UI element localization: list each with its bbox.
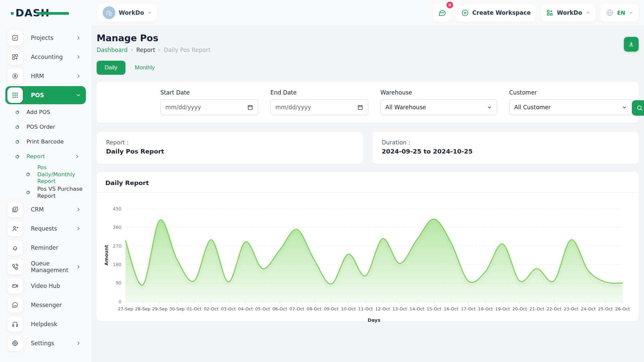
sidebar-item-messenger[interactable]: Messenger xyxy=(7,296,86,314)
warehouse-select[interactable]: All Warehouse xyxy=(380,99,497,115)
sidebar-item-accounting[interactable]: Accounting xyxy=(7,48,86,66)
sidebar-item-video-hub[interactable]: Video Hub xyxy=(7,277,86,295)
sidebar-item-label: HRM xyxy=(31,73,44,79)
sidebar-item-queue-management[interactable]: Queue Management xyxy=(7,258,86,276)
sidebar-subitem-report[interactable]: Report xyxy=(7,149,86,164)
area-chart[interactable]: 09018027036045027-Sep28-Sep29-Sep30-Sep0… xyxy=(97,193,639,328)
x-axis-tick-label: 24-Oct xyxy=(581,306,596,311)
x-axis-tick-label: 30-Sep xyxy=(169,306,185,311)
x-axis-tick-label: 16-Oct xyxy=(444,306,459,311)
download-icon xyxy=(628,41,635,48)
sidebar-item-label: Queue Management xyxy=(31,260,76,274)
x-axis-tick-label: 18-Oct xyxy=(478,306,493,311)
end-date-group: End Date mm/dd/yyyy xyxy=(270,89,368,115)
x-axis-tick-label: 19-Oct xyxy=(495,306,510,311)
duration-card: Duration : 2024-09-25 to 2024-10-25 xyxy=(372,132,639,164)
chevron-right-icon xyxy=(76,226,81,231)
start-date-group: Start Date mm/dd/yyyy xyxy=(160,89,258,115)
sidebar-subitem-pos-order[interactable]: POS Order xyxy=(7,120,86,134)
x-axis-tick-label: 09-Oct xyxy=(324,306,338,311)
x-axis-tick-label: 22-Oct xyxy=(546,306,561,311)
sidebar-subitem-label: Print Barcode xyxy=(26,138,64,145)
filter-actions xyxy=(632,100,644,116)
sidebar-subitem-add-pos[interactable]: Add POS xyxy=(7,105,86,119)
x-axis-tick-label: 13-Oct xyxy=(392,306,407,311)
video-camera-icon xyxy=(7,278,23,294)
user-plus-icon xyxy=(7,221,23,236)
create-workspace-button[interactable]: Create Workspace xyxy=(456,4,536,22)
chevron-right-icon: › xyxy=(131,47,133,53)
warehouse-label: Warehouse xyxy=(380,89,497,96)
workspace-switcher-button[interactable]: WorkDo xyxy=(541,4,595,22)
sidebar-subitem-label: Report xyxy=(26,153,45,160)
sidebar-item-settings[interactable]: Settings xyxy=(7,334,86,352)
messages-button[interactable]: 0 xyxy=(433,4,451,22)
hrm-target-icon xyxy=(7,68,23,84)
sidebar-item-label: POS xyxy=(31,92,44,99)
start-date-input[interactable]: mm/dd/yyyy xyxy=(160,99,258,115)
x-axis-tick-label: 27-Sep xyxy=(118,306,133,311)
download-report-button[interactable] xyxy=(624,37,639,52)
x-axis-tick-label: 04-Oct xyxy=(238,306,253,311)
customer-label: Customer xyxy=(509,89,632,96)
sidebar-item-hrm[interactable]: HRM xyxy=(7,67,86,85)
bullet-icon xyxy=(15,155,19,159)
tab-monthly[interactable]: Monthly xyxy=(135,64,155,71)
chevron-right-icon xyxy=(76,35,81,41)
pos-dots-icon xyxy=(7,87,23,103)
x-axis-tick-label: 03-Oct xyxy=(221,306,236,311)
chevron-right-icon: › xyxy=(159,47,161,53)
sidebar-item-reminder[interactable]: Reminder xyxy=(7,239,86,257)
chevron-down-icon xyxy=(586,10,590,15)
bullet-icon xyxy=(15,111,19,114)
language-label: EN xyxy=(617,10,625,16)
sidebar-item-label: Requests xyxy=(31,225,57,232)
sidebar-item-pos[interactable]: POS xyxy=(5,86,86,104)
y-axis-tick-label: 0 xyxy=(119,299,122,304)
sidebar-subitem-pos-daily-monthly-report[interactable]: Pos Daily/Monthly Report xyxy=(7,164,86,185)
calendar-icon xyxy=(357,104,363,110)
top-bar: DASH WorkDo 0 Create Workspace WorkDo EN xyxy=(0,0,644,25)
x-axis-tick-label: 15-Oct xyxy=(427,306,441,311)
sidebar-item-crm[interactable]: CRM xyxy=(7,200,86,219)
end-date-input[interactable]: mm/dd/yyyy xyxy=(270,99,368,115)
chat-bubble-icon xyxy=(7,297,23,313)
logo-container: DASH xyxy=(0,7,91,19)
gear-icon xyxy=(7,336,23,351)
summary-cards: Report : Daily Pos Report Duration : 202… xyxy=(97,132,639,164)
sidebar-subitem-print-barcode[interactable]: Print Barcode xyxy=(7,135,86,149)
bell-icon xyxy=(7,240,23,255)
y-axis-title: Amount xyxy=(104,245,109,265)
customer-select[interactable]: All Customer xyxy=(509,99,632,115)
y-axis-tick-label: 180 xyxy=(113,262,121,267)
breadcrumb-dashboard-link[interactable]: Dashboard xyxy=(97,47,127,53)
customer-group: Customer All Customer xyxy=(509,89,632,115)
sidebar-subitem-label: Add POS xyxy=(26,109,50,116)
sidebar-item-projects[interactable]: Projects xyxy=(7,29,86,47)
search-button[interactable] xyxy=(632,100,644,116)
sidebar-item-requests[interactable]: Requests xyxy=(7,220,86,238)
app-logo[interactable]: DASH xyxy=(15,7,50,19)
breadcrumb-current: Daily Pos Report xyxy=(164,47,211,53)
chevron-right-icon xyxy=(76,207,81,212)
chevron-right-icon xyxy=(76,73,81,79)
sidebar-subitem-pos-vs-purchase-report[interactable]: Pos VS Purchase Report xyxy=(7,186,86,200)
report-label: Report : xyxy=(106,139,354,146)
x-axis-tick-label: 05-Oct xyxy=(255,306,270,311)
x-axis-tick-label: 12-Oct xyxy=(375,306,390,311)
workspace-selector[interactable]: WorkDo xyxy=(97,4,157,22)
breadcrumb-report-link[interactable]: Report xyxy=(136,47,155,53)
x-axis-tick-label: 21-Oct xyxy=(529,306,544,311)
chevron-right-icon xyxy=(76,264,81,269)
crm-icon xyxy=(7,202,23,217)
report-card: Report : Daily Pos Report xyxy=(97,132,363,164)
tab-daily[interactable]: Daily xyxy=(97,61,125,75)
language-selector[interactable]: EN xyxy=(600,4,639,22)
bullet-icon xyxy=(26,173,30,176)
sidebar-item-label: Helpdesk xyxy=(31,321,57,327)
chart-title: Daily Report xyxy=(97,172,639,193)
sidebar-item-helpdesk[interactable]: Helpdesk xyxy=(7,315,86,333)
y-axis-tick-label: 450 xyxy=(113,206,121,212)
x-axis-tick-label: 23-Oct xyxy=(564,306,579,311)
page-header: Manage Pos Dashboard › Report › Daily Po… xyxy=(97,33,639,53)
